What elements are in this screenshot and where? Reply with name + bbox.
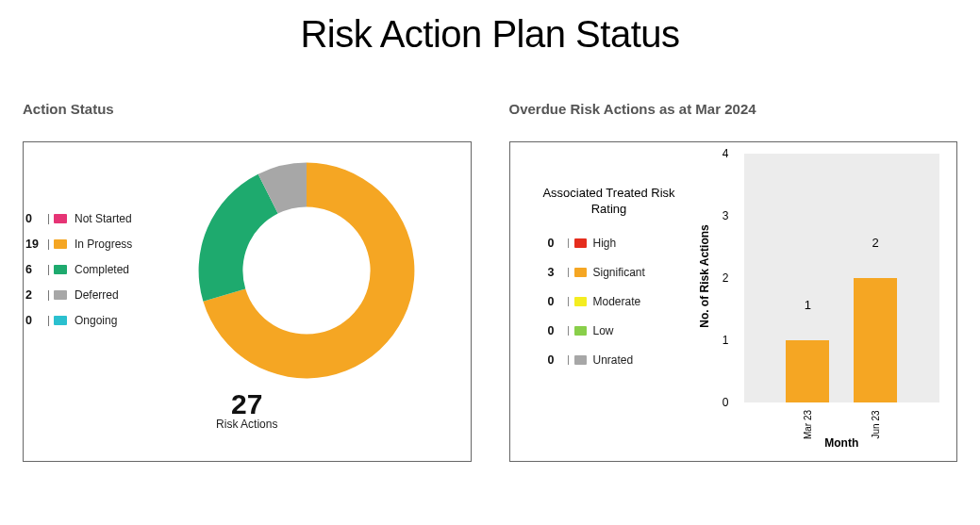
legend-row: 0High — [548, 237, 691, 250]
legend-count: 0 — [548, 237, 565, 250]
legend-swatch — [574, 297, 587, 306]
legend-label: Unrated — [593, 353, 634, 367]
overdue-legend-title: Associated Treated Risk Rating — [527, 186, 691, 218]
action-status-card: 0Not Started19In Progress6Completed2Defe… — [23, 141, 472, 462]
legend-row: 19In Progress — [25, 238, 132, 251]
legend-count: 3 — [548, 266, 565, 279]
y-tick: 1 — [723, 334, 729, 347]
legend-count: 0 — [25, 314, 46, 327]
legend-label: In Progress — [75, 238, 132, 251]
y-tick: 4 — [723, 147, 729, 160]
page-title: Risk Action Plan Status — [0, 13, 980, 56]
legend-count: 0 — [548, 353, 565, 367]
overdue-panel: Overdue Risk Actions as at Mar 2024 Asso… — [509, 101, 958, 462]
overdue-title: Overdue Risk Actions as at Mar 2024 — [509, 101, 958, 117]
legend-row: 3Significant — [548, 266, 691, 279]
bar-value: 2 — [872, 236, 879, 250]
legend-row: 0Moderate — [548, 295, 691, 308]
legend-count: 2 — [25, 288, 46, 302]
y-tick: 2 — [723, 271, 729, 285]
y-axis-label: No. of Risk Actions — [698, 224, 711, 328]
legend-count: 19 — [25, 238, 46, 251]
legend-label: Significant — [593, 266, 645, 279]
legend-label: Completed — [75, 263, 129, 276]
legend-row: 0Unrated — [548, 353, 691, 367]
total-count: 27 — [24, 388, 471, 420]
legend-label: Ongoing — [75, 314, 117, 327]
legend-count: 0 — [548, 295, 565, 308]
total-risk-actions: 27 Risk Actions — [24, 388, 471, 431]
overdue-bar-chart: No. of Risk Actions 01234 12 Mar 23Jun 2… — [691, 152, 946, 453]
legend-swatch — [54, 239, 67, 249]
legend-count: 0 — [25, 212, 46, 225]
plot-area: 12 — [744, 154, 940, 402]
donut-chart-icon — [184, 148, 429, 393]
action-status-panel: Action Status 0Not Started19In Progress6… — [23, 101, 472, 462]
legend-swatch — [54, 214, 67, 223]
donut-slice — [199, 174, 278, 302]
x-axis-ticks: Mar 23Jun 23 — [744, 408, 940, 430]
bar — [786, 340, 829, 402]
legend-swatch — [574, 326, 587, 336]
legend-swatch — [54, 290, 67, 300]
y-tick: 0 — [723, 396, 729, 409]
overdue-legend: Associated Treated Risk Rating 0High3Sig… — [522, 152, 691, 453]
legend-label: Not Started — [75, 212, 132, 225]
legend-count: 6 — [25, 263, 46, 276]
action-status-donut — [184, 148, 429, 393]
legend-swatch — [574, 238, 587, 248]
legend-label: High — [593, 237, 617, 250]
x-axis-label: Month — [744, 436, 940, 450]
legend-swatch — [574, 355, 587, 365]
legend-label: Low — [593, 324, 614, 337]
legend-row: 0Ongoing — [25, 314, 132, 327]
legend-swatch — [54, 316, 67, 325]
legend-swatch — [574, 268, 587, 277]
legend-count: 0 — [548, 324, 565, 337]
bar — [854, 278, 897, 402]
y-tick: 3 — [723, 209, 729, 222]
legend-row: 2Deferred — [25, 288, 132, 302]
legend-label: Moderate — [593, 295, 641, 308]
legend-row: 6Completed — [25, 263, 132, 276]
overdue-card: Associated Treated Risk Rating 0High3Sig… — [509, 141, 958, 462]
legend-swatch — [54, 265, 67, 274]
action-status-title: Action Status — [23, 101, 472, 117]
total-label: Risk Actions — [24, 418, 471, 431]
action-status-legend: 0Not Started19In Progress6Completed2Defe… — [25, 212, 132, 339]
bar-value: 1 — [805, 298, 811, 312]
legend-row: 0Not Started — [25, 212, 132, 225]
legend-row: 0Low — [548, 324, 691, 337]
legend-label: Deferred — [75, 288, 119, 302]
